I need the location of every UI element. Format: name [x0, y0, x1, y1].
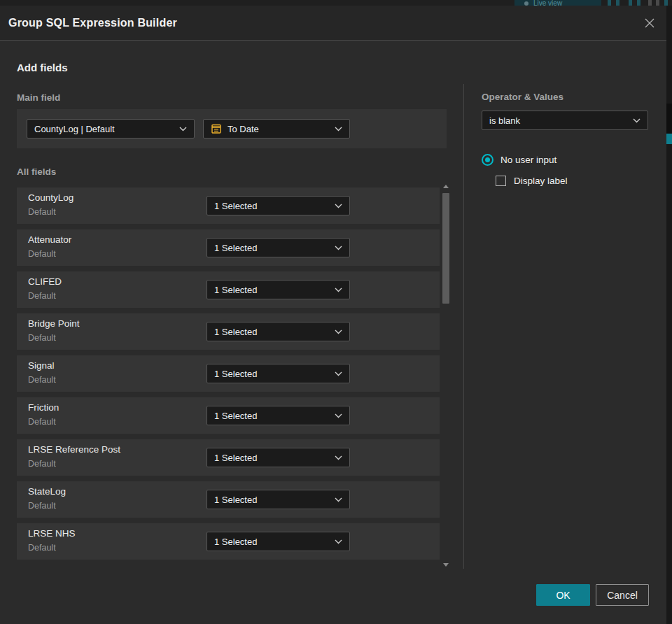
field-layer-name: Default	[28, 459, 56, 469]
all-fields-list: CountyLog Default 1 Selected Attenuator …	[17, 187, 440, 565]
field-selected-dropdown[interactable]: 1 Selected	[206, 448, 350, 467]
main-field-label: Main field	[17, 92, 60, 103]
field-row: CLIFED Default 1 Selected	[17, 271, 440, 308]
field-selected-dropdown[interactable]: 1 Selected	[206, 406, 350, 425]
field-selected-dropdown[interactable]: 1 Selected	[206, 238, 350, 257]
checkbox-unchecked-icon	[496, 176, 506, 186]
field-row: LRSE Reference Post Default 1 Selected	[17, 439, 440, 476]
operator-dropdown-value: is blank	[489, 115, 633, 126]
chevron-down-icon	[335, 329, 342, 334]
field-row: StateLog Default 1 Selected	[17, 481, 440, 518]
field-selected-dropdown[interactable]: 1 Selected	[206, 532, 350, 551]
field-row: Friction Default 1 Selected	[17, 397, 440, 434]
field-layer-name: Default	[28, 249, 56, 259]
field-name: LRSE Reference Post	[28, 444, 120, 455]
field-selected-dropdown[interactable]: 1 Selected	[206, 196, 350, 215]
field-name: Attenuator	[28, 234, 71, 245]
field-layer-name: Default	[28, 543, 56, 553]
display-label-checkbox[interactable]: Display label	[496, 176, 568, 186]
ok-button[interactable]: OK	[536, 584, 590, 606]
field-layer-name: Default	[28, 375, 56, 385]
all-fields-label: All fields	[17, 166, 56, 177]
main-field-date-dropdown-value: To Date	[227, 124, 329, 134]
field-layer-name: Default	[28, 207, 56, 217]
operator-dropdown[interactable]: is blank	[482, 111, 648, 130]
chevron-down-icon	[179, 127, 187, 132]
field-selected-value: 1 Selected	[214, 327, 335, 337]
field-selected-dropdown[interactable]: 1 Selected	[206, 322, 350, 341]
chevron-down-icon	[335, 371, 342, 376]
field-selected-value: 1 Selected	[214, 495, 335, 505]
field-selected-value: 1 Selected	[214, 537, 335, 547]
no-user-input-label: No user input	[500, 155, 556, 165]
toolbar-bar-icon	[629, 0, 632, 6]
scroll-up-icon[interactable]	[443, 185, 449, 188]
chevron-down-icon	[335, 539, 342, 544]
field-name: CountyLog	[28, 192, 74, 203]
background-right-strip	[666, 6, 672, 624]
toolbar-bar-icon	[648, 0, 652, 6]
chevron-down-icon	[335, 288, 342, 292]
field-layer-name: Default	[28, 417, 56, 427]
field-name: Bridge Point	[28, 318, 80, 329]
main-field-date-dropdown[interactable]: To Date	[203, 119, 350, 139]
scrollbar-thumb[interactable]	[442, 193, 449, 304]
field-row: Signal Default 1 Selected	[17, 355, 440, 392]
toolbar-bar-icon	[616, 0, 620, 6]
field-name: Signal	[28, 360, 55, 371]
no-user-input-radio[interactable]: No user input	[482, 154, 556, 166]
field-selected-value: 1 Selected	[214, 201, 335, 211]
display-label-label: Display label	[514, 176, 568, 186]
field-selected-value: 1 Selected	[214, 369, 335, 379]
app-root: Live view Group SQL Expression Builder A…	[0, 0, 672, 624]
dialog-title: Group SQL Expression Builder	[8, 17, 177, 29]
chevron-down-icon	[335, 413, 342, 418]
group-sql-expression-builder-dialog: Group SQL Expression Builder Add fields …	[0, 6, 666, 624]
field-selected-dropdown[interactable]: 1 Selected	[206, 490, 350, 509]
add-fields-heading: Add fields	[17, 62, 68, 73]
chevron-down-icon	[335, 204, 342, 208]
dialog-header: Group SQL Expression Builder	[0, 6, 666, 41]
live-view-button[interactable]: Live view	[514, 0, 601, 6]
scroll-down-icon[interactable]	[443, 563, 449, 567]
field-name: Friction	[28, 402, 59, 413]
chevron-down-icon	[335, 127, 342, 132]
field-name: CLIFED	[28, 276, 62, 287]
field-row: Attenuator Default 1 Selected	[17, 229, 440, 266]
field-name: StateLog	[28, 486, 66, 497]
background-toolbar-strip: Live view	[0, 0, 672, 6]
field-selected-value: 1 Selected	[214, 411, 335, 421]
field-selected-value: 1 Selected	[214, 243, 335, 253]
main-field-dropdown[interactable]: CountyLog | Default	[27, 119, 195, 139]
field-layer-name: Default	[28, 501, 56, 511]
panel-divider	[463, 84, 464, 569]
toolbar-bar-icon	[608, 0, 611, 6]
live-view-label: Live view	[533, 0, 562, 6]
field-row: Bridge Point Default 1 Selected	[17, 313, 440, 350]
field-selected-dropdown[interactable]: 1 Selected	[206, 280, 350, 299]
chevron-down-icon	[335, 497, 342, 502]
field-selected-value: 1 Selected	[214, 453, 335, 463]
chevron-down-icon	[335, 455, 342, 460]
field-name: LRSE NHS	[28, 528, 76, 539]
chevron-down-icon	[633, 118, 640, 123]
main-field-container: CountyLog | Default To Date	[17, 109, 447, 148]
field-layer-name: Default	[28, 291, 56, 301]
radio-selected-icon	[482, 154, 493, 166]
field-selected-dropdown[interactable]: 1 Selected	[206, 364, 350, 383]
main-field-dropdown-value: CountyLog | Default	[34, 124, 179, 134]
cancel-button[interactable]: Cancel	[596, 584, 649, 606]
close-icon[interactable]	[641, 15, 658, 31]
field-row: CountyLog Default 1 Selected	[17, 187, 440, 224]
field-row: LRSE NHS Default 1 Selected	[17, 523, 440, 560]
toolbar-bar-icon	[664, 0, 668, 6]
toolbar-bar-icon	[656, 0, 659, 6]
field-layer-name: Default	[28, 333, 56, 343]
toolbar-bar-icon	[637, 0, 640, 6]
calendar-icon	[211, 123, 222, 134]
field-selected-value: 1 Selected	[214, 285, 335, 295]
chevron-down-icon	[335, 246, 342, 250]
all-fields-scrollbar[interactable]	[441, 183, 451, 568]
operator-values-label: Operator & Values	[482, 92, 564, 102]
